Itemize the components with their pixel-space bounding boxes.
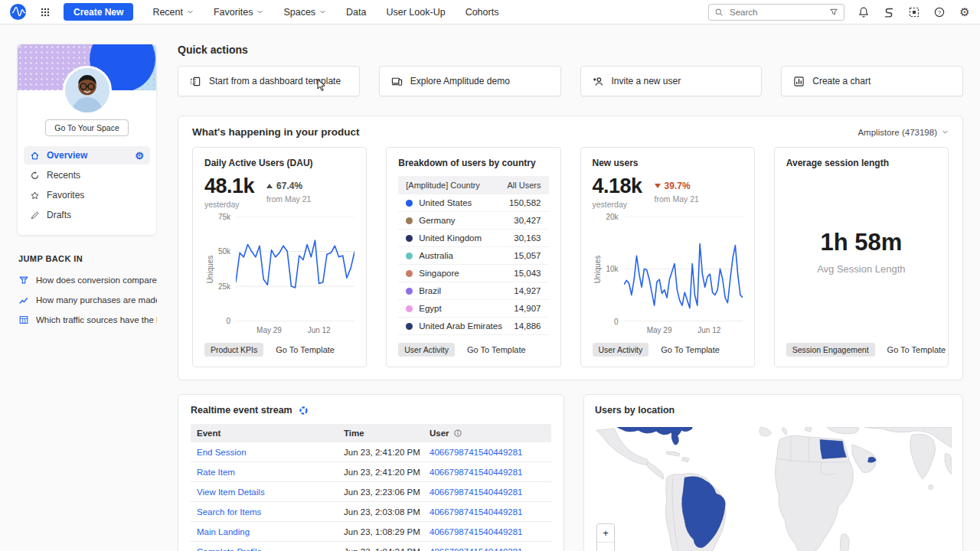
- go-to-your-space-button[interactable]: Go To Your Space: [45, 119, 128, 136]
- map-zoom-in-button[interactable]: +: [597, 524, 614, 542]
- search-filter-icon[interactable]: [829, 8, 838, 17]
- help-icon[interactable]: ?: [933, 6, 946, 18]
- chevron-down-icon: [319, 8, 326, 15]
- event-name-link[interactable]: Main Landing: [197, 527, 344, 536]
- event-time: Jun 23, 2:03:08 PM: [344, 507, 430, 517]
- country-row: United States150,582: [398, 194, 548, 212]
- mouse-cursor-icon: [317, 80, 327, 92]
- search-icon: [714, 8, 724, 17]
- journeys-icon[interactable]: [883, 6, 895, 18]
- country-user-count: 14,907: [514, 304, 541, 313]
- event-name-link[interactable]: Search for Items: [197, 507, 344, 517]
- country-row: Australia15,057: [398, 247, 548, 265]
- jump-back-in-title: JUMP BACK IN: [18, 254, 157, 263]
- nav-item-user-look-up[interactable]: User Look-Up: [387, 7, 446, 18]
- country-name: Brazil: [419, 286, 441, 295]
- info-icon[interactable]: [453, 429, 462, 438]
- time-column-header: Time: [344, 429, 430, 438]
- nav-item-favorites[interactable]: Favorites: [214, 7, 263, 18]
- dau-go-to-template-link[interactable]: Go To Template: [276, 345, 335, 354]
- amplitude-logo-icon[interactable]: [9, 3, 27, 21]
- dau-card: Daily Active Users (DAU) 48.1k yesterday…: [192, 147, 367, 367]
- event-name-link[interactable]: View Item Details: [197, 487, 344, 497]
- apps-grid-icon[interactable]: [40, 7, 51, 18]
- star-icon: [30, 191, 40, 201]
- series-color-dot: [406, 288, 413, 295]
- event-name-link[interactable]: Complete Profile: [197, 547, 344, 551]
- quick-action-invite-a-new-user[interactable]: Invite a new user: [580, 66, 763, 96]
- chevron-down-icon: [256, 8, 263, 15]
- sidebar-item-label: Recents: [47, 170, 80, 181]
- new-users-chart: Uniques 20k10k0 May 29Jun 12: [593, 217, 743, 335]
- country-go-to-template-link[interactable]: Go To Template: [467, 345, 526, 354]
- country-row: Germany30,427: [398, 212, 548, 230]
- event-user-id-link[interactable]: 4066798741540449281: [430, 487, 545, 497]
- x-axis-tick: Jun 12: [308, 326, 331, 334]
- session-card-title: Average session length: [786, 158, 936, 168]
- event-name-link[interactable]: End Session: [197, 448, 344, 457]
- quick-action-explore-amplitude-demo[interactable]: Explore Amplitude demo: [379, 66, 561, 96]
- country-user-count: 30,427: [514, 216, 541, 225]
- new-users-value: 4.18k: [593, 175, 642, 197]
- map-title: Users by location: [595, 405, 952, 416]
- event-time: Jun 23, 2:23:06 PM: [344, 487, 430, 497]
- nav-item-label: Data: [346, 7, 366, 18]
- new-users-go-to-template-link[interactable]: Go To Template: [661, 345, 720, 354]
- series-color-dot: [406, 270, 413, 277]
- new-users-card: New users 4.18k yesterday 39.7% from May…: [580, 147, 755, 367]
- invite-user-icon: [593, 76, 604, 87]
- sidebar-item-recents[interactable]: Recents: [24, 166, 150, 184]
- event-user-id-link[interactable]: 4066798741540449281: [430, 468, 545, 477]
- nav-item-spaces[interactable]: Spaces: [283, 7, 326, 18]
- country-row: Brazil14,927: [398, 282, 548, 300]
- event-name-link[interactable]: Rate Item: [197, 468, 344, 477]
- session-go-to-template-link[interactable]: Go To Template: [887, 345, 946, 354]
- event-row: End SessionJun 23, 2:41:20 PM40667987415…: [191, 442, 551, 462]
- x-axis-tick: May 29: [256, 326, 282, 334]
- nav-item-data[interactable]: Data: [346, 7, 366, 18]
- jump-back-item[interactable]: How many purchases are made ...: [18, 295, 157, 305]
- nav-item-label: Spaces: [283, 7, 315, 18]
- world-map[interactable]: [595, 427, 952, 551]
- country-user-count: 14,886: [514, 321, 541, 331]
- event-user-id-link[interactable]: 4066798741540449281: [430, 507, 545, 517]
- demo-devices-icon: [391, 76, 403, 87]
- capture-frame-icon[interactable]: [908, 6, 920, 18]
- create-new-button[interactable]: Create New: [64, 3, 133, 21]
- event-user-id-link[interactable]: 4066798741540449281: [430, 527, 545, 536]
- event-user-id-link[interactable]: 4066798741540449281: [430, 547, 545, 551]
- sidebar-item-drafts[interactable]: Drafts: [24, 206, 150, 224]
- nav-item-cohorts[interactable]: Cohorts: [466, 7, 499, 18]
- settings-icon[interactable]: ⚙: [135, 151, 144, 161]
- new-users-delta-from: from May 21: [655, 194, 699, 204]
- quick-action-start-from-a-dashboard-template[interactable]: Start from a dashboard template: [178, 66, 360, 96]
- country-user-count: 15,043: [514, 269, 541, 278]
- event-time: Jun 23, 2:41:20 PM: [344, 448, 430, 457]
- avatar[interactable]: [63, 66, 112, 115]
- jump-back-item-label: How many purchases are made ...: [36, 295, 157, 305]
- nav-item-label: Favorites: [214, 7, 253, 18]
- nav-item-recent[interactable]: Recent: [152, 7, 194, 18]
- quick-action-label: Explore Amplitude demo: [410, 76, 510, 86]
- jump-back-item-label: How does conversion compare b...: [36, 276, 157, 285]
- settings-icon[interactable]: ⚙: [959, 6, 971, 18]
- project-selector[interactable]: Amplistore (473198): [858, 128, 949, 137]
- sidebar-item-favorites[interactable]: Favorites: [24, 186, 150, 204]
- notifications-icon[interactable]: [858, 6, 870, 18]
- dau-period: yesterday: [204, 200, 254, 209]
- new-users-card-title: New users: [593, 158, 743, 168]
- quick-action-create-a-chart[interactable]: Create a chart: [781, 66, 963, 96]
- live-spinner-icon: [299, 406, 309, 416]
- funnel-chart-icon: [18, 275, 29, 285]
- new-users-period: yesterday: [593, 200, 642, 209]
- search-box[interactable]: [708, 4, 844, 21]
- country-column-header: [Amplitude] Country: [406, 181, 480, 190]
- map-zoom-out-button[interactable]: [597, 542, 614, 551]
- sidebar-item-overview[interactable]: Overview⚙: [24, 146, 150, 165]
- jump-back-item[interactable]: Which traffic sources have the hi...: [18, 315, 157, 325]
- search-input[interactable]: [728, 7, 825, 18]
- nav-item-label: User Look-Up: [387, 7, 446, 18]
- jump-back-item[interactable]: How does conversion compare b...: [18, 275, 157, 285]
- country-breakdown-card: Breakdown of users by country [Amplitude…: [386, 147, 560, 367]
- event-user-id-link[interactable]: 4066798741540449281: [430, 448, 545, 457]
